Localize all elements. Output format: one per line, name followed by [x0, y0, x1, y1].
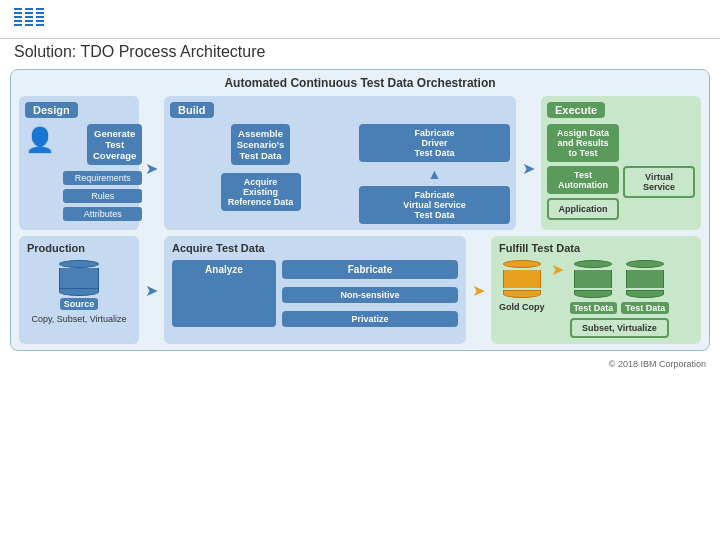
- ibm-logo: [14, 8, 64, 28]
- copyright-text: © 2018 IBM Corporation: [609, 359, 706, 369]
- source-label: Source: [60, 298, 99, 310]
- copy-label: Copy, Subset, Virtualize: [27, 314, 131, 324]
- acquire-test-box: Acquire Test Data Analyze Fabricate Non-…: [164, 236, 466, 344]
- requirements-item: Requirements: [63, 171, 142, 185]
- acq-items: Analyze Fabricate Non-sensitive Privatiz…: [172, 260, 458, 327]
- test-automation-box: TestAutomation: [547, 166, 619, 194]
- gold-db-body: [503, 270, 541, 288]
- svg-rect-10: [36, 8, 44, 10]
- main-title: Automated Continuous Test Data Orchestra…: [19, 76, 701, 90]
- gold-db-top: [503, 260, 541, 268]
- production-box: Production Source Copy, Subset, Virtuali…: [19, 236, 139, 344]
- acquire-test-title: Acquire Test Data: [172, 242, 458, 254]
- analyze-box: Analyze: [172, 260, 276, 327]
- application-box: Application: [547, 198, 619, 220]
- test-db-body-2: [626, 270, 664, 288]
- db-body: [59, 268, 99, 288]
- svg-rect-0: [14, 8, 22, 10]
- build-label: Build: [170, 102, 214, 118]
- build-to-execute-arrow: ➤: [522, 96, 535, 230]
- privatize-box: Privatize: [282, 311, 458, 327]
- db-top: [59, 260, 99, 268]
- design-items: Requirements Rules Attributes: [63, 171, 142, 221]
- test-db-body-1: [574, 270, 612, 288]
- execute-box: Execute Assign Dataand Resultsto Test Te…: [541, 96, 701, 230]
- generate-box: GenerateTestCoverage: [87, 124, 142, 165]
- prod-to-acquire-arrow: ➤: [145, 236, 158, 344]
- attributes-item: Attributes: [63, 207, 142, 221]
- test-data-label-2: Test Data: [621, 302, 669, 314]
- test-db-bottom-2: [626, 290, 664, 298]
- non-sensitive-box: Non-sensitive: [282, 287, 458, 303]
- svg-rect-12: [36, 16, 44, 18]
- design-to-build-arrow: ➤: [145, 96, 158, 230]
- header: [0, 0, 720, 39]
- person-icon: 👤: [25, 126, 55, 154]
- execute-label: Execute: [547, 102, 605, 118]
- rules-item: Rules: [63, 189, 142, 203]
- svg-rect-11: [36, 12, 44, 14]
- svg-rect-14: [36, 24, 44, 26]
- fulfill-title: Fulfill Test Data: [499, 242, 693, 254]
- test-db-bottom-1: [574, 290, 612, 298]
- test-data-label-1: Test Data: [570, 302, 618, 314]
- top-section: Design 👤 GenerateTestCoverage Requiremen…: [19, 96, 701, 230]
- svg-rect-5: [25, 8, 33, 10]
- acquire-box: AcquireExistingReference Data: [221, 173, 301, 211]
- fabricate-driver-box: FabricateDriverTest Data: [359, 124, 510, 162]
- svg-rect-7: [25, 16, 33, 18]
- assign-data-box: Assign Dataand Resultsto Test: [547, 124, 619, 162]
- test-db-top-2: [626, 260, 664, 268]
- fulfill-content: Gold Copy ➤ Test Data: [499, 260, 693, 338]
- production-label: Production: [27, 242, 131, 254]
- assemble-box: AssembleScenario'sTest Data: [231, 124, 291, 165]
- footer: © 2018 IBM Corporation: [0, 355, 720, 373]
- svg-rect-4: [14, 24, 22, 26]
- bottom-section: Production Source Copy, Subset, Virtuali…: [19, 236, 701, 344]
- build-content: AssembleScenario'sTest Data AcquireExist…: [170, 124, 510, 224]
- subset-virt-box: Subset, Virtualize: [570, 318, 670, 338]
- svg-rect-13: [36, 20, 44, 22]
- test-data-section: Test Data Test Data Subset, Virtualize: [570, 260, 670, 338]
- db-bottom: [59, 288, 99, 296]
- svg-rect-8: [25, 20, 33, 22]
- gold-db-bottom: [503, 290, 541, 298]
- design-label: Design: [25, 102, 78, 118]
- up-arrow: ▲: [359, 166, 510, 182]
- acquire-to-fulfill-arrow: ➤: [472, 236, 485, 344]
- build-box: Build AssembleScenario'sTest Data Acquir…: [164, 96, 516, 230]
- execute-content: Assign Dataand Resultsto Test TestAutoma…: [547, 124, 695, 220]
- fabricate-acq-box: Fabricate: [282, 260, 458, 279]
- gold-to-test-arrow: ➤: [551, 260, 564, 279]
- svg-rect-3: [14, 20, 22, 22]
- virtual-service-box: VirtualService: [623, 166, 695, 198]
- test-db-top-1: [574, 260, 612, 268]
- svg-rect-9: [25, 24, 33, 26]
- main-container: Automated Continuous Test Data Orchestra…: [10, 69, 710, 351]
- test-db-col-1: Test Data: [570, 260, 618, 314]
- test-db-col-2: Test Data: [621, 260, 669, 314]
- exec-col-left: Assign Dataand Resultsto Test TestAutoma…: [547, 124, 619, 220]
- svg-rect-6: [25, 12, 33, 14]
- fulfill-box: Fulfill Test Data Gold Copy ➤: [491, 236, 701, 344]
- exec-col-right: VirtualService: [623, 124, 695, 220]
- page-title: Solution: TDO Process Architecture: [0, 39, 720, 65]
- gold-copy-label: Gold Copy: [499, 302, 545, 312]
- source-db: Source: [27, 260, 131, 310]
- svg-rect-2: [14, 16, 22, 18]
- fabricate-virtual-box: FabricateVirtual ServiceTest Data: [359, 186, 510, 224]
- gold-copy-db: Gold Copy: [499, 260, 545, 312]
- test-data-boxes: Test Data Test Data: [570, 260, 670, 314]
- design-box: Design 👤 GenerateTestCoverage Requiremen…: [19, 96, 139, 230]
- svg-rect-1: [14, 12, 22, 14]
